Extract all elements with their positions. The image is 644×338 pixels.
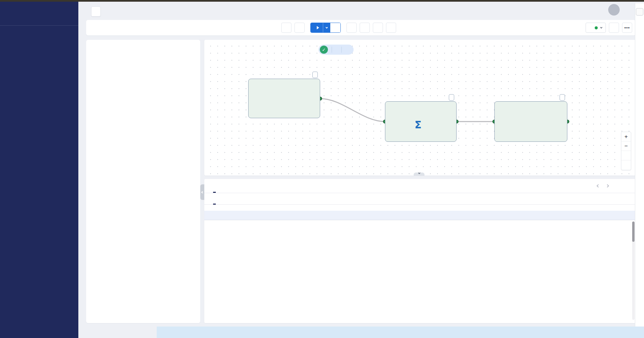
- table-scrollbar-thumb[interactable]: [632, 222, 635, 242]
- record-count-badge: [449, 94, 454, 101]
- edit-pipeline-button[interactable]: [330, 23, 340, 32]
- results-header: [204, 179, 636, 193]
- table-header-row: [204, 211, 636, 220]
- environment-status-dot: [595, 26, 598, 29]
- ellipsis-icon: •••: [624, 25, 630, 30]
- record-count-badge: [560, 94, 565, 101]
- history-button[interactable]: [609, 23, 619, 33]
- zoom-in-button[interactable]: +: [621, 132, 631, 141]
- results-table: [204, 211, 636, 323]
- user-avatar[interactable]: [608, 4, 620, 16]
- right-rail: [635, 3, 644, 327]
- results-panel: [204, 179, 636, 323]
- node-source-postgresql[interactable]: [248, 79, 320, 118]
- node-title: Σ: [385, 120, 456, 130]
- node-transformation-aggregate[interactable]: Σ: [385, 101, 457, 142]
- results-toolbar: [590, 179, 636, 193]
- run-status-bar: ✓: [318, 45, 354, 55]
- settings-gear-icon[interactable]: [587, 6, 595, 14]
- success-check-icon: ✓: [320, 46, 328, 54]
- more-options-button[interactable]: •••: [622, 23, 632, 33]
- sigma-icon: Σ: [415, 120, 422, 130]
- node-palette: [86, 40, 200, 323]
- prev-page-button[interactable]: [597, 185, 599, 187]
- sidebar: [0, 2, 78, 338]
- play-icon: [317, 26, 319, 29]
- pipeline-header-card: •••: [86, 20, 636, 35]
- chevron-left-icon: [201, 191, 203, 193]
- chevron-down-icon: [600, 26, 602, 28]
- next-page-button[interactable]: [606, 185, 609, 187]
- copy-button[interactable]: [360, 23, 370, 33]
- canvas-zoom-controls: + −: [621, 132, 631, 170]
- export-button[interactable]: [386, 23, 396, 33]
- start-button-group: [310, 23, 341, 33]
- open-folder-button[interactable]: [294, 23, 305, 33]
- environment-selector[interactable]: [586, 23, 606, 33]
- pipeline-toolbar: [281, 23, 396, 33]
- add-node-button[interactable]: [346, 23, 357, 33]
- sidebar-nav: [0, 26, 78, 326]
- start-button[interactable]: [311, 23, 323, 32]
- tab-execution-log[interactable]: [229, 179, 232, 193]
- chevron-right-icon: [606, 184, 609, 188]
- record-count-badge: [312, 72, 318, 78]
- start-dropdown-button[interactable]: [323, 23, 330, 32]
- app-root: •••: [0, 2, 644, 338]
- zoom-out-button[interactable]: −: [621, 141, 631, 151]
- fit-view-button[interactable]: [621, 151, 631, 160]
- main-area: •••: [78, 2, 644, 338]
- subtab-sink-output[interactable]: [213, 201, 216, 205]
- result-subtabs: [204, 193, 636, 205]
- info-button[interactable]: [636, 8, 643, 16]
- topbar: [78, 2, 644, 17]
- workspace: ✓: [86, 40, 636, 323]
- lock-button[interactable]: [621, 160, 631, 170]
- panel-resize-handle[interactable]: [414, 173, 424, 176]
- node-sink-postgresql[interactable]: [494, 101, 567, 142]
- chevron-down-icon: [326, 26, 328, 28]
- chevron-down-icon: [418, 172, 420, 174]
- environment-controls: •••: [586, 23, 632, 33]
- table-scrollbar: [632, 222, 635, 320]
- page-footer: [157, 327, 644, 338]
- canvas-and-results: ✓: [204, 40, 636, 323]
- tab-results[interactable]: [213, 179, 216, 193]
- chevron-left-icon: [597, 184, 600, 188]
- sidebar-org-label: [0, 326, 78, 338]
- datafuse-logo-icon: [5, 6, 18, 20]
- list-view-button[interactable]: [373, 23, 383, 33]
- sidebar-collapse-button[interactable]: [91, 6, 101, 17]
- pipeline-canvas[interactable]: ✓: [204, 40, 636, 176]
- content: •••: [78, 17, 644, 327]
- palette-collapse-handle[interactable]: [200, 184, 204, 200]
- brand-logo[interactable]: [0, 2, 78, 26]
- layout-button[interactable]: [281, 23, 291, 33]
- canvas-settings-gear-icon[interactable]: [612, 45, 620, 54]
